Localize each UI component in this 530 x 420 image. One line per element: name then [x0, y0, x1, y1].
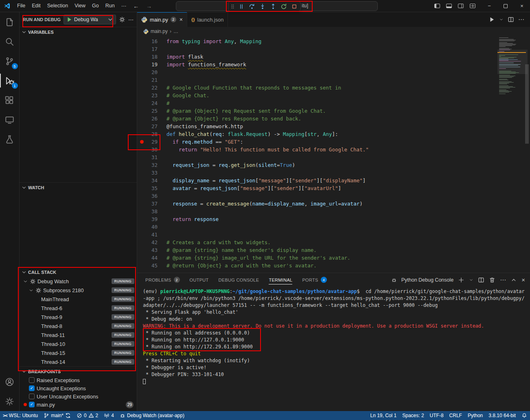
step-over-button[interactable]	[247, 2, 257, 11]
maximize-button[interactable]	[497, 0, 514, 12]
breakpoint-gutter[interactable]	[137, 192, 146, 200]
code-line[interactable]: 20	[137, 68, 530, 76]
code-line[interactable]: 22# Google Cloud Function that responds …	[137, 84, 530, 92]
breakpoint-gutter[interactable]	[137, 200, 146, 208]
breakpoint-checkbox[interactable]	[29, 394, 35, 399]
language-status[interactable]: Python	[465, 411, 486, 420]
code-line[interactable]: 18import flask	[137, 53, 530, 61]
start-debugging-icon[interactable]	[66, 16, 72, 23]
activity-settings[interactable]	[0, 392, 20, 411]
call-stack-item[interactable]: Thread-10RUNNING	[20, 339, 137, 348]
activity-run-debug[interactable]: 1	[0, 71, 20, 90]
remote-indicator[interactable]: >< WSL: Ubuntu	[0, 411, 41, 420]
call-stack-item[interactable]: Subprocess 2180RUNNING	[20, 286, 137, 295]
breakpoint-gutter[interactable]	[137, 246, 146, 254]
close-icon[interactable]: ×	[180, 16, 183, 23]
breakpoint-gutter[interactable]	[137, 153, 146, 161]
activity-search[interactable]	[0, 32, 20, 51]
code-line[interactable]: 21	[137, 76, 530, 84]
terminal-profiles-dropdown-icon[interactable]	[469, 277, 473, 283]
code-line[interactable]: 45# @return {Object} a card with the use…	[137, 262, 530, 269]
activity-explorer[interactable]	[0, 12, 20, 32]
indentation-status[interactable]: Spaces: 2	[399, 411, 427, 420]
breakpoint-gutter[interactable]	[137, 45, 146, 53]
breakpoint-gutter[interactable]	[137, 92, 146, 99]
terminal-profile-label[interactable]: Python Debug Console	[401, 277, 454, 283]
minimap[interactable]	[499, 37, 523, 94]
breakpoint-gutter[interactable]	[137, 177, 146, 184]
drag-handle-icon[interactable]	[230, 2, 236, 11]
step-out-button[interactable]	[268, 2, 278, 11]
breakpoint-gutter[interactable]	[137, 169, 146, 177]
close-window-button[interactable]: ×	[514, 0, 530, 12]
menu-item[interactable]: View	[71, 2, 89, 10]
code-line[interactable]: 27@functions_framework.http	[137, 122, 530, 130]
breakpoint-gutter[interactable]	[137, 68, 146, 76]
notifications-bell[interactable]	[519, 411, 530, 420]
launch-settings-gear-icon[interactable]	[119, 16, 125, 23]
breadcrumb-file[interactable]: main.py	[151, 28, 168, 34]
code-line[interactable]: 41	[137, 231, 530, 238]
problems-status[interactable]: 0 2	[74, 411, 101, 420]
breakpoint-checkbox[interactable]	[29, 377, 35, 383]
cursor-position[interactable]: Ln 19, Col 1	[367, 411, 399, 420]
toggle-secondary-sidebar-icon[interactable]	[458, 4, 464, 8]
call-stack-item[interactable]: Thread-6RUNNING	[20, 304, 137, 313]
breakpoint-gutter[interactable]	[137, 122, 146, 130]
code-line[interactable]: 17	[137, 45, 530, 53]
code-line[interactable]: 32 request_json = req.get_json(silent=Tr…	[137, 161, 530, 169]
breakpoint-row[interactable]: ✓Uncaught Exceptions	[20, 384, 137, 392]
breakpoints-section-header[interactable]: BREAKPOINTS	[20, 366, 137, 376]
code-line[interactable]: 37 response = create_message(name=displa…	[137, 200, 530, 208]
maximize-panel-icon[interactable]	[510, 277, 517, 283]
forward-icon[interactable]: →	[142, 3, 155, 9]
breadcrumb[interactable]: main.py › …	[137, 27, 530, 36]
activity-remote-explorer[interactable]	[0, 110, 20, 129]
breakpoint-gutter[interactable]	[137, 130, 146, 138]
editor[interactable]: 16from typing import Any, Mapping1718imp…	[137, 36, 530, 273]
stop-button[interactable]	[289, 2, 299, 11]
breakpoint-row[interactable]: ✓main.py29	[20, 400, 137, 409]
breakpoint-gutter[interactable]	[137, 262, 146, 269]
breakpoint-gutter[interactable]	[137, 61, 146, 68]
code-line[interactable]: 40	[137, 223, 530, 231]
run-dropdown-icon[interactable]	[499, 16, 504, 23]
minimap-viewport[interactable]	[497, 50, 528, 74]
code-line[interactable]: 25# @param {Object} req Request sent fro…	[137, 107, 530, 115]
code-line[interactable]: 42# Creates a card with two widgets.	[137, 238, 530, 246]
editor-scrollbar[interactable]	[525, 64, 529, 144]
call-stack-item[interactable]: Debug WatchRUNNING	[20, 277, 137, 286]
code-line[interactable]: 26# @param {Object} res Response to send…	[137, 115, 530, 122]
interpreter-status[interactable]: 3.8.10 64-bit	[486, 411, 519, 420]
breakpoint-gutter[interactable]	[137, 215, 146, 223]
variables-section-header[interactable]: VARIABLES	[20, 27, 137, 37]
breakpoint-gutter[interactable]	[137, 84, 146, 92]
close-panel-icon[interactable]: ×	[521, 276, 525, 283]
tab-main-py[interactable]: main.py 2 ×	[137, 12, 187, 27]
breakpoint-gutter[interactable]	[137, 146, 146, 153]
call-stack-item[interactable]: Thread-11RUNNING	[20, 330, 137, 339]
activity-accounts[interactable]	[0, 372, 20, 392]
panel-more-actions-icon[interactable]: ⋯	[500, 276, 506, 284]
ports-status[interactable]: 4	[101, 411, 117, 420]
split-editor-icon[interactable]	[508, 16, 514, 23]
code-line[interactable]: 39 return response	[137, 215, 530, 223]
pause-button[interactable]	[236, 2, 246, 11]
code-line[interactable]: 24#	[137, 99, 530, 107]
panel-tab-ports[interactable]: PORTS4	[299, 273, 330, 287]
terminal[interactable]: (env) pierrick@LAPTOP-HKU5PNNG:~/git/goo…	[137, 287, 530, 411]
back-icon[interactable]: ←	[129, 3, 142, 9]
code-line[interactable]: 28def hello_chat(req: flask.Request) -> …	[137, 130, 530, 138]
customize-layout-icon[interactable]	[470, 4, 475, 8]
branch-status[interactable]: main*	[41, 411, 74, 420]
toggle-sidebar-icon[interactable]	[434, 4, 440, 8]
breakpoint-dot-icon[interactable]	[137, 138, 146, 146]
breakpoint-gutter[interactable]	[137, 99, 146, 107]
panel-tab-terminal[interactable]: TERMINAL	[265, 273, 296, 287]
toggle-panel-icon[interactable]	[446, 4, 452, 8]
code-line[interactable]: 38	[137, 208, 530, 215]
breadcrumb-symbol[interactable]: …	[173, 28, 178, 34]
new-terminal-icon[interactable]	[458, 277, 464, 283]
call-stack-item[interactable]: Thread-14RUNNING	[20, 357, 137, 366]
breakpoint-gutter[interactable]	[137, 223, 146, 231]
